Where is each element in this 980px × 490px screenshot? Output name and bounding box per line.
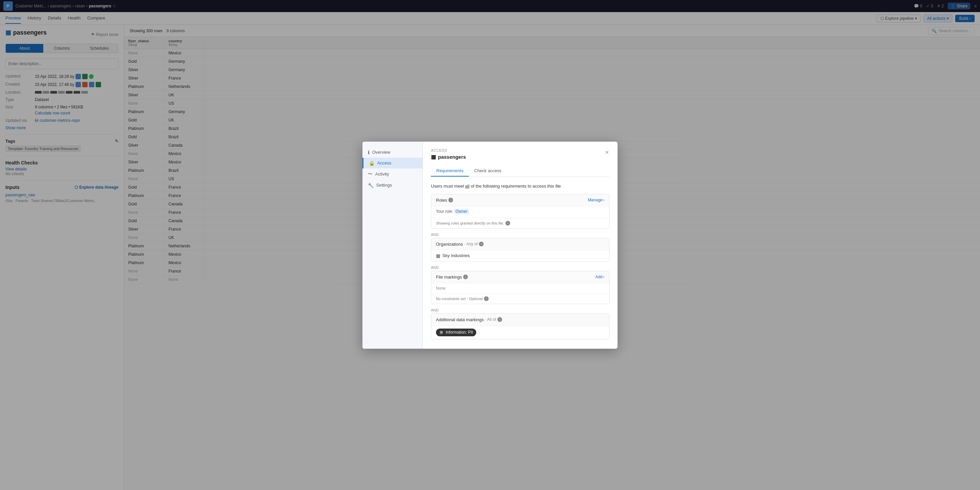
modal-sidebar-access[interactable]: 🔒 Access [363,158,423,169]
org-label: Organizations [436,242,463,247]
tab-requirements[interactable]: Requirements [431,165,469,177]
modal-sidebar-activity[interactable]: 〜 Activity [363,169,423,180]
modal-main-content: Access ▦ passengers × Requirements Check… [423,142,617,349]
data-markings-info-icon[interactable]: i [497,317,502,322]
file-markings-info-icon[interactable]: i [463,275,468,279]
roles-section-body: Your role: Owner [431,206,609,218]
showing-roles-info-icon[interactable]: i [506,221,510,226]
and-separator-3: AND [431,307,609,313]
settings-icon: 🔧 [368,183,374,188]
access-modal: ℹ Overview 🔒 Access 〜 Activity 🔧 Setting… [363,142,617,349]
requirements-description: Users must meet all of the following req… [431,184,609,189]
optional-label: · Optional [467,297,483,301]
org-section-header: Organizations · Any of i [431,238,609,250]
org-item: ▦ Sky Industries [431,250,609,261]
modal-resource-name: ▦ passengers [431,154,466,160]
data-markings-label: Additional data markings [436,317,484,322]
modal-header: Access ▦ passengers × [431,148,609,160]
file-marking-none: None [431,283,609,293]
resource-icon: ▦ [431,154,436,160]
pii-shield-icon: ⛨ [439,330,444,335]
pii-badge: ⛨ Information: PII [436,329,476,336]
activity-icon: 〜 [368,171,372,177]
file-markings-header: File markings i Add › [431,271,609,283]
modal-resource-label: Access [431,148,466,153]
file-markings-label: File markings [436,275,462,280]
chevron-right-icon: › [603,198,605,202]
chevron-right-icon: › [603,275,605,279]
modal-sidebar-settings[interactable]: 🔧 Settings [363,180,423,191]
no-constraints-row: No constraints set · Optional i [431,293,609,304]
lock-icon: 🔒 [369,161,375,166]
modal-sidebar: ℹ Overview 🔒 Access 〜 Activity 🔧 Setting… [363,142,423,349]
data-markings-header: Additional data markings · All of i [431,314,609,326]
info-icon: ℹ [368,150,369,155]
modal-tabs: Requirements Check access [431,165,609,177]
tab-check-access[interactable]: Check access [469,165,507,177]
owner-badge: Owner [454,209,469,214]
constraints-info-icon[interactable]: i [484,296,488,301]
modal-sidebar-overview[interactable]: ℹ Overview [363,147,423,158]
modal-close-button[interactable]: × [605,148,609,157]
organizations-section: Organizations · Any of i ▦ Sky Industrie… [431,238,609,261]
and-separator-2: AND [431,264,609,271]
your-role-row: Your role: Owner [436,209,605,214]
roles-section-header: Roles i Manage › [431,194,609,206]
roles-section: Roles i Manage › Your role: Owner [431,194,609,229]
and-separator-1: AND [431,231,609,238]
file-markings-section: File markings i Add › None No constraint… [431,271,609,304]
showing-roles-row: Showing roles granted directly on this f… [431,218,609,228]
org-icon: ▦ [436,253,440,258]
roles-info-icon[interactable]: i [449,198,453,202]
org-info-icon[interactable]: i [479,242,484,247]
data-markings-section: Additional data markings · All of i ⛨ In… [431,313,609,339]
roles-label: Roles [436,198,447,203]
manage-roles-link[interactable]: Manage › [588,198,605,202]
modal-title-area: Access ▦ passengers [431,148,466,160]
modal-overlay: ℹ Overview 🔒 Access 〜 Activity 🔧 Setting… [0,0,980,490]
data-marking-area: ⛨ Information: PII [431,326,609,339]
add-file-marking-link[interactable]: Add › [595,275,605,279]
